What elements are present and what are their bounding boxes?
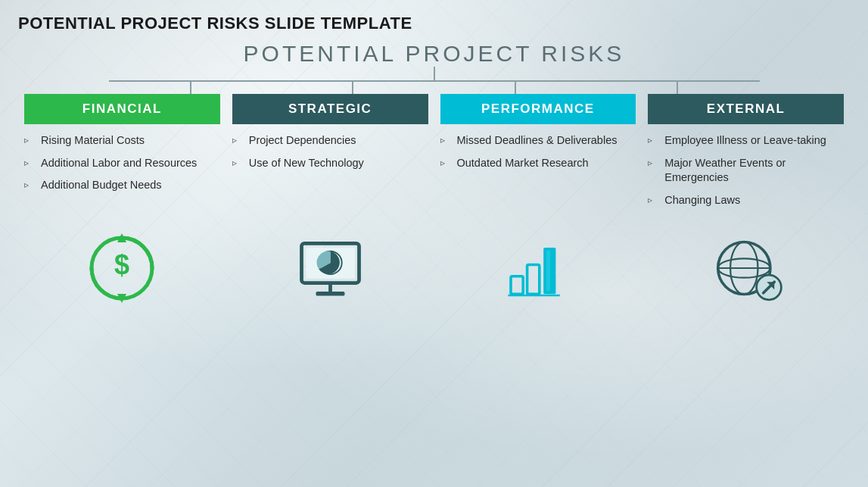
org-line-branches — [109, 82, 760, 94]
icon-cell-performance — [434, 223, 642, 314]
bullet-arrow-icon: ▹ — [648, 134, 658, 146]
list-item: ▹ Outdated Market Research — [440, 156, 636, 171]
bullet-arrow-icon: ▹ — [24, 134, 35, 146]
org-branch-1 — [190, 82, 191, 94]
item-text: Additional Budget Needs — [41, 178, 162, 193]
header-financial: FINANCIAL — [24, 94, 220, 124]
column-strategic: STRATEGIC ▹ Project Dependencies ▹ Use o… — [226, 94, 434, 215]
list-item: ▹ Missed Deadlines & Deliverables — [440, 133, 636, 148]
bullet-arrow-icon: ▹ — [648, 157, 658, 169]
financial-icon: $ — [84, 230, 160, 306]
icon-cell-external — [642, 223, 850, 314]
list-item: ▹ Major Weather Events or Emergencies — [648, 156, 844, 186]
svg-text:$: $ — [114, 249, 129, 280]
item-text: Major Weather Events or Emergencies — [664, 156, 844, 186]
list-financial: ▹ Rising Material Costs ▹ Additional Lab… — [24, 133, 220, 215]
header-strategic: STRATEGIC — [232, 94, 428, 124]
bullet-arrow-icon: ▹ — [648, 194, 658, 206]
list-item: ▹ Employee Illness or Leave-taking — [648, 133, 844, 148]
list-item: ▹ Additional Budget Needs — [24, 178, 220, 193]
page-title: POTENTIAL PROJECT RISKS SLIDE TEMPLATE — [18, 14, 850, 33]
item-text: Outdated Market Research — [457, 156, 589, 171]
item-text: Additional Labor and Resources — [41, 156, 197, 171]
svg-rect-11 — [546, 251, 550, 292]
item-text: Use of New Technology — [249, 156, 364, 171]
org-chart: POTENTIAL PROJECT RISKS — [18, 41, 850, 94]
list-item: ▹ Rising Material Costs — [24, 133, 220, 148]
bullet-arrow-icon: ▹ — [440, 134, 451, 146]
column-financial: FINANCIAL ▹ Rising Material Costs ▹ Addi… — [18, 94, 226, 215]
column-performance: PERFORMANCE ▹ Missed Deadlines & Deliver… — [434, 94, 642, 215]
svg-rect-8 — [511, 276, 523, 294]
org-branch-3 — [515, 82, 516, 94]
list-item: ▹ Project Dependencies — [232, 133, 428, 148]
icon-cell-strategic — [226, 223, 434, 314]
org-line-vertical-top — [434, 67, 435, 80]
list-item: ▹ Additional Labor and Resources — [24, 156, 220, 171]
item-text: Project Dependencies — [249, 133, 356, 148]
item-text: Employee Illness or Leave-taking — [664, 133, 826, 148]
org-branch-2 — [352, 82, 353, 94]
svg-rect-9 — [527, 265, 539, 295]
performance-icon — [504, 234, 572, 302]
bullet-arrow-icon: ▹ — [24, 157, 35, 169]
column-external: EXTERNAL ▹ Employee Illness or Leave-tak… — [642, 94, 850, 215]
item-text: Changing Laws — [664, 193, 740, 208]
columns-container: FINANCIAL ▹ Rising Material Costs ▹ Addi… — [18, 94, 850, 215]
item-text: Rising Material Costs — [41, 133, 145, 148]
header-performance: PERFORMANCE — [440, 94, 636, 124]
bullet-arrow-icon: ▹ — [440, 157, 451, 169]
bullet-arrow-icon: ▹ — [232, 157, 243, 169]
bullet-arrow-icon: ▹ — [232, 134, 243, 146]
external-icon — [708, 230, 784, 306]
list-strategic: ▹ Project Dependencies ▹ Use of New Tech… — [232, 133, 428, 215]
main-container: POTENTIAL PROJECT RISKS SLIDE TEMPLATE P… — [0, 0, 868, 487]
icon-cell-financial: $ — [18, 223, 226, 314]
list-performance: ▹ Missed Deadlines & Deliverables ▹ Outd… — [440, 133, 636, 215]
list-item: ▹ Use of New Technology — [232, 156, 428, 171]
main-heading: POTENTIAL PROJECT RISKS — [244, 41, 625, 67]
org-branch-4 — [677, 82, 678, 94]
header-external: EXTERNAL — [648, 94, 844, 124]
strategic-icon — [294, 233, 366, 304]
bullet-arrow-icon: ▹ — [24, 179, 35, 191]
svg-rect-7 — [316, 292, 344, 296]
item-text: Missed Deadlines & Deliverables — [457, 133, 618, 148]
icons-row: $ — [18, 223, 850, 314]
org-line-horizontal — [109, 80, 760, 82]
list-external: ▹ Employee Illness or Leave-taking ▹ Maj… — [648, 133, 844, 215]
list-item: ▹ Changing Laws — [648, 193, 844, 208]
